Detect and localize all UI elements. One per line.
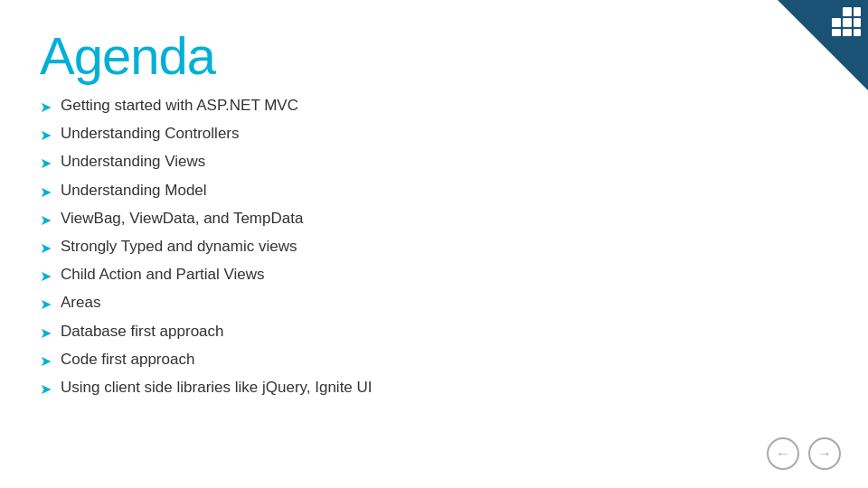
prev-icon: ← [776, 446, 790, 462]
list-item: ➤Strongly Typed and dynamic views [40, 236, 796, 258]
agenda-list: ➤Getting started with ASP.NET MVC➤Unders… [40, 95, 796, 399]
list-item-text: Child Action and Partial Views [61, 264, 265, 286]
bullet-icon: ➤ [40, 351, 52, 371]
list-item: ➤Child Action and Partial Views [40, 264, 796, 286]
svg-rect-1 [843, 7, 852, 16]
bullet-icon: ➤ [40, 97, 52, 117]
content-area: ➤Getting started with ASP.NET MVC➤Unders… [40, 95, 796, 405]
slide-title: Agenda [40, 25, 215, 86]
svg-rect-6 [832, 29, 841, 36]
list-item-text: Using client side libraries like jQuery,… [61, 377, 373, 399]
list-item: ➤Code first approach [40, 349, 796, 371]
svg-rect-4 [843, 18, 852, 27]
svg-rect-7 [843, 29, 852, 36]
list-item-text: Areas [61, 292, 100, 314]
svg-rect-5 [854, 18, 861, 27]
prev-button[interactable]: ← [767, 437, 799, 470]
bottom-nav: ← → [767, 437, 841, 470]
list-item: ➤ViewBag, ViewData, and TempData [40, 208, 796, 230]
grid-icon [832, 7, 861, 36]
bullet-icon: ➤ [40, 125, 52, 145]
corner-decoration [778, 0, 868, 90]
slide: Agenda ➤Getting started with ASP.NET MVC… [0, 0, 868, 488]
list-item: ➤Understanding Controllers [40, 123, 796, 145]
next-button[interactable]: → [808, 437, 841, 470]
list-item: ➤Understanding Model [40, 180, 796, 202]
next-icon: → [817, 446, 832, 462]
list-item-text: ViewBag, ViewData, and TempData [61, 208, 303, 230]
bullet-icon: ➤ [40, 323, 52, 343]
bullet-icon: ➤ [40, 266, 52, 286]
list-item-text: Database first approach [61, 321, 224, 343]
svg-rect-3 [832, 18, 841, 27]
svg-rect-2 [854, 7, 861, 16]
list-item-text: Understanding Views [61, 151, 205, 174]
svg-rect-8 [854, 29, 861, 36]
list-item-text: Understanding Controllers [61, 123, 240, 145]
list-item-text: Strongly Typed and dynamic views [61, 236, 297, 258]
list-item: ➤Areas [40, 292, 796, 314]
corner-icon [832, 7, 861, 40]
list-item-text: Code first approach [61, 349, 194, 371]
bullet-icon: ➤ [40, 379, 52, 399]
list-item-text: Getting started with ASP.NET MVC [61, 95, 298, 117]
bullet-icon: ➤ [40, 210, 52, 230]
list-item: ➤Getting started with ASP.NET MVC [40, 95, 796, 117]
bullet-icon: ➤ [40, 182, 52, 202]
bullet-icon: ➤ [40, 153, 52, 174]
list-item-text: Understanding Model [61, 180, 207, 202]
list-item: ➤Database first approach [40, 321, 796, 343]
bullet-icon: ➤ [40, 294, 52, 314]
bullet-icon: ➤ [40, 238, 52, 258]
list-item: ➤Understanding Views [40, 151, 796, 174]
list-item: ➤Using client side libraries like jQuery… [40, 377, 796, 399]
